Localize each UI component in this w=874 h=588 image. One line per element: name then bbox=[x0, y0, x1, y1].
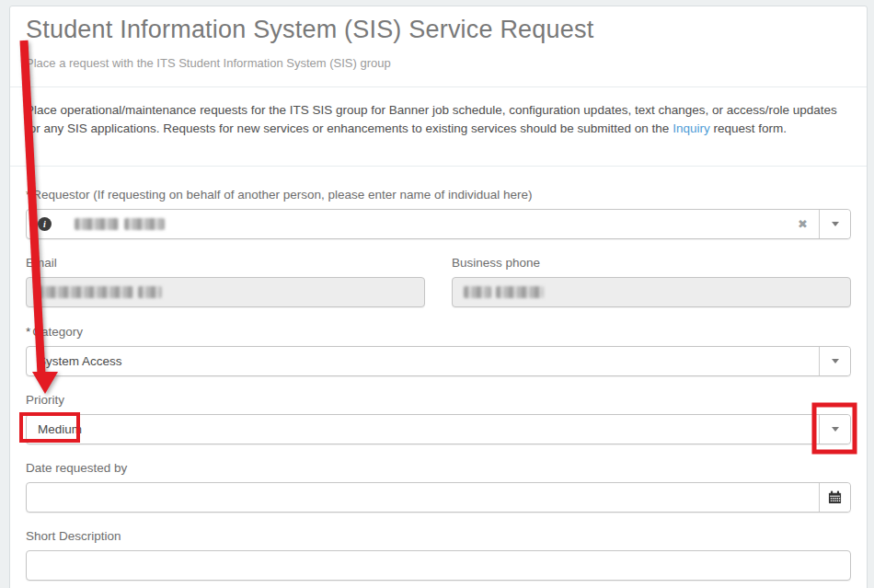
business-phone-field-disabled bbox=[452, 277, 851, 307]
requestor-value-redacted bbox=[124, 218, 165, 230]
email-label: Email bbox=[26, 256, 57, 270]
info-icon[interactable]: i bbox=[38, 217, 52, 231]
business-phone-value-redacted bbox=[496, 286, 544, 298]
requestor-label: *Requestor (If requesting on behalf of a… bbox=[26, 188, 533, 202]
priority-label: Priority bbox=[26, 393, 64, 407]
email-value-redacted bbox=[38, 286, 133, 298]
required-marker: * bbox=[26, 325, 30, 339]
caret-down-icon bbox=[832, 427, 839, 432]
priority-selected-value: Medium bbox=[27, 422, 82, 436]
form-description: Place operational/maintenance requests f… bbox=[26, 101, 843, 138]
priority-dropdown-button[interactable] bbox=[819, 415, 850, 444]
page-title: Student Information System (SIS) Service… bbox=[26, 16, 593, 44]
date-picker-button[interactable] bbox=[819, 483, 850, 512]
category-dropdown-button[interactable] bbox=[819, 347, 850, 375]
caret-down-icon bbox=[832, 359, 839, 363]
category-label: *Category bbox=[26, 325, 83, 339]
header-divider bbox=[10, 86, 867, 87]
section-divider bbox=[10, 166, 867, 167]
required-marker: * bbox=[26, 188, 30, 202]
short-description-field bbox=[26, 550, 851, 581]
calendar-icon bbox=[828, 490, 842, 504]
caret-down-icon bbox=[832, 222, 839, 226]
inquiry-link[interactable]: Inquiry bbox=[673, 121, 710, 135]
email-field-disabled bbox=[26, 277, 425, 307]
form-panel: Student Information System (SIS) Service… bbox=[9, 6, 868, 588]
page-subtitle: Place a request with the ITS Student Inf… bbox=[26, 56, 391, 70]
date-requested-label: Date requested by bbox=[26, 461, 127, 475]
requestor-field[interactable]: i ✖ bbox=[26, 209, 851, 239]
requestor-dropdown-button[interactable] bbox=[819, 210, 850, 238]
date-input[interactable] bbox=[27, 483, 819, 512]
description-text-after: request form. bbox=[710, 121, 787, 135]
business-phone-label: Business phone bbox=[452, 256, 540, 270]
date-requested-field bbox=[26, 482, 851, 513]
clear-icon[interactable]: ✖ bbox=[798, 218, 808, 230]
email-value-redacted bbox=[138, 286, 162, 298]
business-phone-value-redacted bbox=[464, 286, 491, 298]
short-description-label: Short Description bbox=[26, 529, 121, 543]
priority-select[interactable]: Medium bbox=[26, 414, 851, 444]
short-description-input[interactable] bbox=[27, 551, 850, 580]
requestor-value-redacted bbox=[75, 218, 119, 230]
category-select[interactable]: System Access bbox=[26, 346, 851, 376]
category-selected-value: System Access bbox=[27, 354, 122, 368]
